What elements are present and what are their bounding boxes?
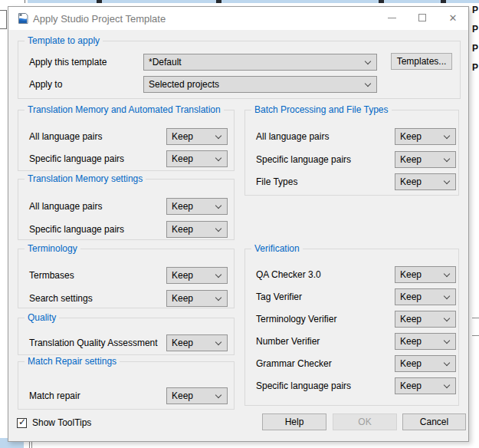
chevron-down-icon: [365, 81, 371, 87]
minimize-button[interactable]: [376, 7, 407, 29]
keep-dropdown[interactable]: Keep: [166, 221, 228, 238]
keep-dropdown[interactable]: Keep: [395, 128, 456, 145]
background-edge-fragment: [472, 318, 479, 318]
keep-dropdown[interactable]: Keep: [166, 334, 228, 351]
keep-dropdown[interactable]: Keep: [395, 311, 456, 328]
field-label: Apply to: [29, 76, 62, 93]
group-batch-processing-file-types: Batch Processing and File Types All lang…: [244, 110, 459, 196]
keep-dropdown[interactable]: Keep: [395, 173, 456, 190]
field-label: Specific language pairs: [256, 377, 351, 394]
maximize-icon: [418, 14, 426, 21]
chevron-down-icon: [444, 156, 450, 162]
apply-this-template-dropdown[interactable]: *Default: [143, 54, 377, 71]
ok-button[interactable]: OK: [333, 413, 397, 430]
chevron-down-icon: [215, 203, 221, 209]
field-label: File Types: [256, 173, 297, 190]
window-title: Apply Studio Project Template: [33, 13, 166, 25]
background-text-fragment: P: [472, 24, 479, 35]
title-bar[interactable]: Apply Studio Project Template ✕: [8, 7, 468, 30]
field-label: Number Verifier: [256, 333, 320, 350]
dropdown-value: Selected projects: [149, 79, 219, 90]
keep-dropdown[interactable]: Keep: [395, 266, 456, 283]
chevron-down-icon: [215, 392, 221, 398]
keep-dropdown[interactable]: Keep: [395, 377, 456, 394]
chevron-down-icon: [365, 58, 371, 64]
field-label: Translation Quality Assessment: [29, 334, 158, 351]
keep-dropdown[interactable]: Keep: [395, 288, 456, 305]
field-label: Apply this template: [29, 54, 107, 71]
chevron-down-icon: [215, 226, 221, 232]
show-tooltips-checkbox[interactable]: ✓: [17, 418, 27, 428]
keep-dropdown[interactable]: Keep: [395, 355, 456, 372]
chevron-down-icon: [444, 338, 450, 344]
field-label: All language pairs: [256, 128, 329, 145]
group-title: Quality: [25, 312, 59, 324]
group-verification: Verification QA Checker 3.0 Keep Tag Ver…: [244, 249, 459, 406]
keep-dropdown[interactable]: Keep: [166, 387, 228, 404]
chevron-down-icon: [215, 272, 221, 278]
field-label: Match repair: [29, 387, 80, 404]
apply-studio-project-template-dialog: Apply Studio Project Template ✕ Template…: [8, 6, 469, 442]
minimize-icon: [388, 18, 396, 18]
keep-dropdown[interactable]: Keep: [166, 290, 228, 307]
group-title: Batch Processing and File Types: [251, 104, 392, 116]
field-label: Specific language pairs: [29, 150, 124, 167]
background-selected-row-fragment: [28, 0, 479, 3]
chevron-down-icon: [444, 178, 450, 184]
background-glyph-fragment: [216, 0, 221, 3]
field-label: Termbases: [29, 267, 74, 284]
field-label: All language pairs: [29, 128, 102, 145]
background-grid-line: [0, 28, 7, 29]
keep-dropdown[interactable]: Keep: [166, 198, 228, 215]
field-label: QA Checker 3.0: [256, 266, 321, 283]
keep-dropdown[interactable]: Keep: [395, 151, 456, 168]
studio-project-template-icon: [17, 12, 29, 25]
chevron-down-icon: [444, 133, 450, 139]
keep-dropdown[interactable]: Keep: [166, 128, 228, 145]
apply-to-dropdown[interactable]: Selected projects: [143, 76, 377, 93]
group-translation-memory-settings: Translation Memory settings All language…: [18, 179, 235, 240]
keep-dropdown[interactable]: Keep: [166, 267, 228, 284]
group-terminology: Terminology Termbases Keep Search settin…: [18, 249, 235, 308]
templates-button[interactable]: Templates...: [391, 53, 452, 70]
cancel-button[interactable]: Cancel: [402, 413, 466, 430]
field-label: Grammar Checker: [256, 355, 332, 372]
chevron-down-icon: [444, 382, 450, 388]
group-title: Translation Memory settings: [25, 173, 146, 185]
chevron-down-icon: [215, 295, 221, 301]
help-button[interactable]: Help: [262, 413, 326, 430]
group-quality: Quality Translation Quality Assessment K…: [18, 318, 235, 355]
chevron-down-icon: [215, 133, 221, 139]
group-title: Template to apply: [25, 35, 103, 47]
group-title: Terminology: [25, 243, 80, 255]
group-title: Match Repair settings: [25, 356, 120, 367]
field-label: Terminology Verifier: [256, 311, 336, 328]
group-title: Verification: [251, 243, 303, 255]
field-label: All language pairs: [29, 198, 102, 215]
close-button[interactable]: ✕: [438, 7, 468, 29]
chevron-down-icon: [444, 315, 450, 321]
field-label: Specific language pairs: [29, 221, 124, 238]
background-grid-line: [6, 10, 7, 29]
background-edge-fragment: [472, 335, 479, 336]
background-text-fragment: P: [472, 43, 479, 54]
close-icon: ✕: [438, 12, 468, 24]
keep-dropdown[interactable]: Keep: [166, 150, 228, 167]
chevron-down-icon: [444, 271, 450, 277]
show-tooltips-label: Show ToolTips: [32, 417, 91, 429]
field-label: Specific language pairs: [256, 151, 351, 168]
check-icon: ✓: [18, 417, 26, 427]
background-text-fragment: P: [472, 5, 479, 15]
group-translation-memory-automated-translation: Translation Memory and Automated Transla…: [18, 110, 235, 171]
maximize-button[interactable]: [407, 7, 438, 29]
group-title: Translation Memory and Automated Transla…: [25, 104, 224, 116]
chevron-down-icon: [444, 293, 450, 299]
chevron-down-icon: [215, 339, 221, 345]
chevron-down-icon: [444, 360, 450, 366]
background-glyph-fragment: [97, 0, 102, 3]
keep-dropdown[interactable]: Keep: [395, 333, 456, 350]
field-label: Search settings: [29, 290, 93, 307]
background-glyph-fragment: [441, 0, 446, 3]
field-label: Tag Verifier: [256, 288, 302, 305]
background-text-fragment: P: [472, 62, 479, 73]
